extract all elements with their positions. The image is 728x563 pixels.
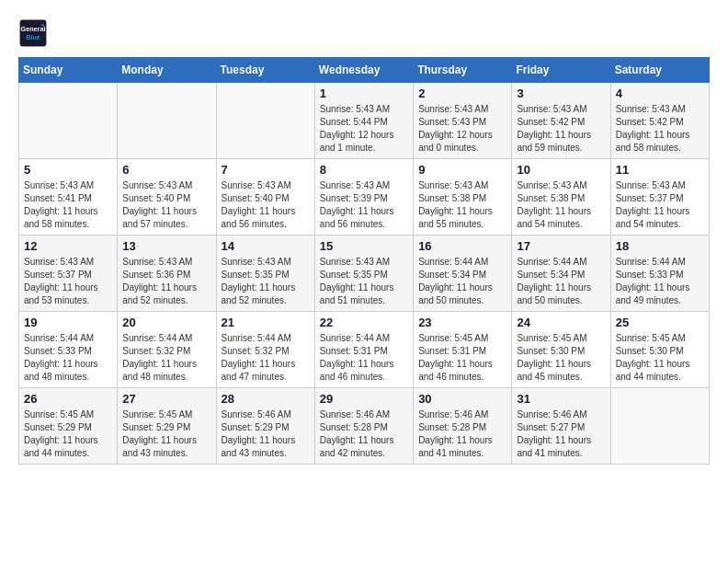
calendar-cell: 15Sunrise: 5:43 AMSunset: 5:35 PMDayligh… [314,236,413,312]
day-info: Sunrise: 5:43 AMSunset: 5:35 PMDaylight:… [320,256,408,307]
day-number: 14 [222,239,310,253]
weekday-header-tuesday: Tuesday [216,58,314,83]
weekday-header-friday: Friday [512,58,610,83]
day-number: 27 [122,392,210,406]
day-info: Sunrise: 5:43 AMSunset: 5:39 PMDaylight:… [320,179,408,231]
day-info: Sunrise: 5:43 AMSunset: 5:40 PMDaylight:… [222,179,310,231]
day-info: Sunrise: 5:43 AMSunset: 5:36 PMDaylight:… [122,256,210,307]
day-number: 6 [122,163,210,177]
day-number: 19 [24,316,112,329]
calendar-cell: 14Sunrise: 5:43 AMSunset: 5:35 PMDayligh… [216,236,314,312]
calendar-cell: 8Sunrise: 5:43 AMSunset: 5:39 PMDaylight… [314,159,413,236]
day-info: Sunrise: 5:46 AMSunset: 5:29 PMDaylight:… [222,408,310,460]
calendar-cell: 27Sunrise: 5:45 AMSunset: 5:29 PMDayligh… [118,388,216,465]
day-info: Sunrise: 5:45 AMSunset: 5:29 PMDaylight:… [24,408,112,460]
calendar-cell: 26Sunrise: 5:45 AMSunset: 5:29 PMDayligh… [19,388,118,465]
day-number: 20 [122,316,210,329]
day-number: 21 [222,316,310,329]
calendar-cell: 7Sunrise: 5:43 AMSunset: 5:40 PMDaylight… [216,159,314,236]
calendar-cell: 1Sunrise: 5:43 AMSunset: 5:44 PMDaylight… [314,83,413,159]
day-number: 10 [517,163,605,177]
day-info: Sunrise: 5:45 AMSunset: 5:29 PMDaylight:… [122,408,210,460]
calendar-week-row: 12Sunrise: 5:43 AMSunset: 5:37 PMDayligh… [19,236,710,312]
day-number: 16 [418,239,506,253]
calendar-cell: 28Sunrise: 5:46 AMSunset: 5:29 PMDayligh… [216,388,314,465]
calendar-cell: 19Sunrise: 5:44 AMSunset: 5:33 PMDayligh… [19,312,118,388]
day-number: 2 [418,86,506,100]
day-info: Sunrise: 5:45 AMSunset: 5:30 PMDaylight:… [517,332,605,384]
day-number: 15 [320,239,408,253]
calendar-cell: 16Sunrise: 5:44 AMSunset: 5:34 PMDayligh… [414,236,512,312]
day-info: Sunrise: 5:44 AMSunset: 5:31 PMDaylight:… [320,332,408,384]
day-info: Sunrise: 5:43 AMSunset: 5:35 PMDaylight:… [222,256,310,307]
day-info: Sunrise: 5:44 AMSunset: 5:33 PMDaylight:… [24,332,112,384]
calendar-cell: 31Sunrise: 5:46 AMSunset: 5:27 PMDayligh… [512,388,610,465]
day-info: Sunrise: 5:44 AMSunset: 5:32 PMDaylight:… [222,332,310,384]
day-info: Sunrise: 5:44 AMSunset: 5:34 PMDaylight:… [517,256,605,307]
calendar-cell: 30Sunrise: 5:46 AMSunset: 5:28 PMDayligh… [414,388,512,465]
day-number: 24 [517,316,605,329]
calendar-cell: 17Sunrise: 5:44 AMSunset: 5:34 PMDayligh… [512,236,610,312]
calendar-cell [19,83,118,159]
day-info: Sunrise: 5:46 AMSunset: 5:28 PMDaylight:… [320,408,408,460]
calendar-cell [118,83,216,159]
day-info: Sunrise: 5:43 AMSunset: 5:37 PMDaylight:… [24,256,112,307]
calendar-cell: 13Sunrise: 5:43 AMSunset: 5:36 PMDayligh… [118,236,216,312]
calendar-cell: 29Sunrise: 5:46 AMSunset: 5:28 PMDayligh… [314,388,413,465]
day-number: 30 [418,392,506,406]
weekday-header-row: SundayMondayTuesdayWednesdayThursdayFrid… [19,58,710,83]
day-number: 23 [418,316,506,329]
calendar-cell: 9Sunrise: 5:43 AMSunset: 5:38 PMDaylight… [414,159,512,236]
weekday-header-wednesday: Wednesday [314,58,413,83]
calendar-cell: 5Sunrise: 5:43 AMSunset: 5:41 PMDaylight… [19,159,118,236]
calendar-cell: 10Sunrise: 5:43 AMSunset: 5:38 PMDayligh… [512,159,610,236]
day-number: 31 [517,392,605,406]
day-info: Sunrise: 5:44 AMSunset: 5:34 PMDaylight:… [418,256,506,307]
calendar-cell: 21Sunrise: 5:44 AMSunset: 5:32 PMDayligh… [216,312,314,388]
day-info: Sunrise: 5:45 AMSunset: 5:31 PMDaylight:… [418,332,506,384]
calendar-cell: 18Sunrise: 5:44 AMSunset: 5:33 PMDayligh… [610,236,709,312]
day-info: Sunrise: 5:45 AMSunset: 5:30 PMDaylight:… [616,332,704,384]
day-info: Sunrise: 5:46 AMSunset: 5:27 PMDaylight:… [517,408,605,460]
calendar-week-row: 1Sunrise: 5:43 AMSunset: 5:44 PMDaylight… [19,83,710,159]
calendar-week-row: 26Sunrise: 5:45 AMSunset: 5:29 PMDayligh… [19,388,710,465]
day-info: Sunrise: 5:46 AMSunset: 5:28 PMDaylight:… [418,408,506,460]
calendar-table: SundayMondayTuesdayWednesdayThursdayFrid… [18,57,710,465]
day-info: Sunrise: 5:44 AMSunset: 5:33 PMDaylight:… [616,256,704,307]
svg-text:Blue: Blue [26,33,40,41]
day-info: Sunrise: 5:43 AMSunset: 5:43 PMDaylight:… [418,103,506,155]
day-number: 28 [222,392,310,406]
calendar-cell: 22Sunrise: 5:44 AMSunset: 5:31 PMDayligh… [314,312,413,388]
day-info: Sunrise: 5:44 AMSunset: 5:32 PMDaylight:… [122,332,210,384]
day-number: 26 [24,392,112,406]
calendar-cell: 23Sunrise: 5:45 AMSunset: 5:31 PMDayligh… [414,312,512,388]
logo: General Blue [18,18,51,48]
day-number: 9 [418,163,506,177]
day-number: 13 [122,239,210,253]
day-info: Sunrise: 5:43 AMSunset: 5:37 PMDaylight:… [616,179,704,231]
day-info: Sunrise: 5:43 AMSunset: 5:42 PMDaylight:… [517,103,605,155]
day-number: 8 [320,163,408,177]
weekday-header-monday: Monday [118,58,216,83]
calendar-cell: 6Sunrise: 5:43 AMSunset: 5:40 PMDaylight… [118,159,216,236]
calendar-cell: 11Sunrise: 5:43 AMSunset: 5:37 PMDayligh… [610,159,709,236]
calendar-cell: 2Sunrise: 5:43 AMSunset: 5:43 PMDaylight… [414,83,512,159]
svg-text:General: General [21,25,46,33]
calendar-cell [610,388,709,465]
day-info: Sunrise: 5:43 AMSunset: 5:38 PMDaylight:… [418,179,506,231]
day-number: 17 [517,239,605,253]
page-header: General Blue [18,18,710,48]
day-number: 7 [222,163,310,177]
day-info: Sunrise: 5:43 AMSunset: 5:40 PMDaylight:… [122,179,210,231]
calendar-cell: 25Sunrise: 5:45 AMSunset: 5:30 PMDayligh… [610,312,709,388]
calendar-cell: 12Sunrise: 5:43 AMSunset: 5:37 PMDayligh… [19,236,118,312]
day-number: 1 [320,86,408,100]
calendar-cell: 24Sunrise: 5:45 AMSunset: 5:30 PMDayligh… [512,312,610,388]
day-number: 29 [320,392,408,406]
day-number: 12 [24,239,112,253]
logo-icon: General Blue [18,18,48,48]
calendar-cell: 4Sunrise: 5:43 AMSunset: 5:42 PMDaylight… [610,83,709,159]
day-number: 5 [24,163,112,177]
calendar-week-row: 19Sunrise: 5:44 AMSunset: 5:33 PMDayligh… [19,312,710,388]
day-info: Sunrise: 5:43 AMSunset: 5:42 PMDaylight:… [616,103,704,155]
